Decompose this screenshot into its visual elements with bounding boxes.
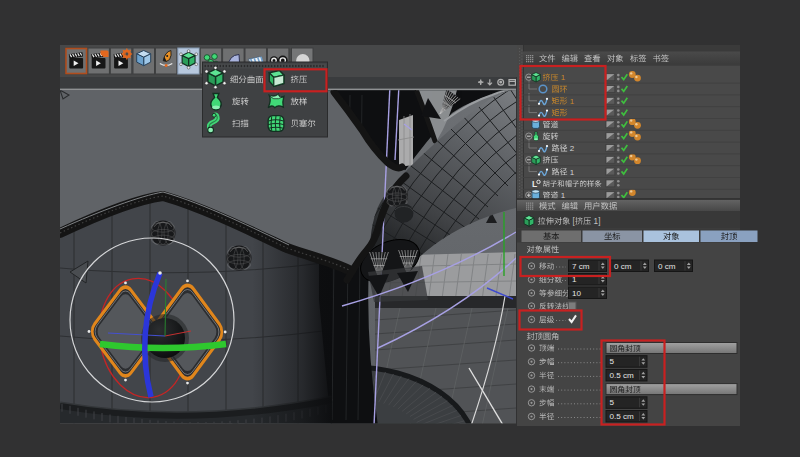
svg-text:0 cm: 0 cm bbox=[614, 262, 632, 271]
svg-text:0.5 cm: 0.5 cm bbox=[610, 412, 635, 421]
svg-text:1: 1 bbox=[568, 97, 575, 106]
svg-text:[: [ bbox=[570, 217, 575, 226]
svg-text:1: 1 bbox=[559, 73, 566, 82]
svg-text:7 cm: 7 cm bbox=[572, 262, 590, 271]
svg-text:10: 10 bbox=[572, 289, 582, 298]
svg-text:0.5 cm: 0.5 cm bbox=[610, 371, 635, 380]
svg-text:2: 2 bbox=[568, 144, 575, 153]
svg-text:1: 1 bbox=[568, 168, 575, 177]
svg-text:L: L bbox=[532, 179, 537, 189]
svg-text:5: 5 bbox=[610, 398, 615, 407]
svg-text:0 cm: 0 cm bbox=[658, 262, 676, 271]
svg-text:5: 5 bbox=[610, 357, 615, 366]
svg-text:1]: 1] bbox=[591, 217, 600, 226]
